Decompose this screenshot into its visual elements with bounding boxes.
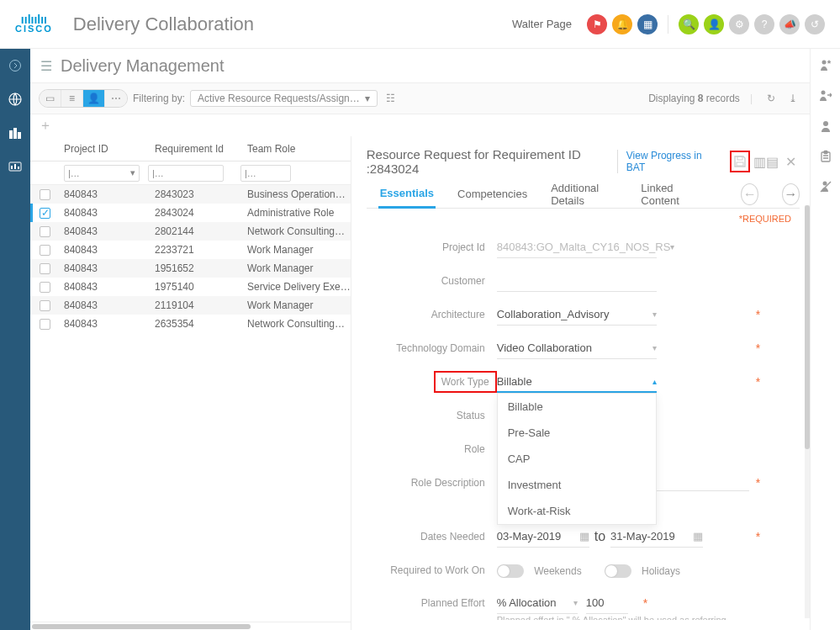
svg-rect-7 [14,164,16,169]
filter-settings-icon[interactable]: ☷ [383,90,399,107]
view-person-icon[interactable]: 👤 [83,90,105,107]
table-row[interactable]: 8408432635354Network Consulting… [30,315,351,333]
header-icon-group: ⚑ 🔔 ▦ 🔍 👤 ⚙ ? 📣 ↺ [587,14,825,34]
row-checkbox[interactable] [40,226,50,237]
col-team-role[interactable]: Team Role [240,143,351,155]
table-row[interactable]: 8408432843023Business Operation… [30,185,351,204]
breadcrumb-icon: ☰ [40,58,52,74]
field-date-to[interactable]: 31-May-2019▦ [610,526,703,548]
horizontal-scrollbar[interactable] [30,622,351,630]
filter-project-id[interactable]: |…▾ [64,165,140,182]
work-type-option[interactable]: Work-at-Risk [498,498,656,524]
clipboard-icon[interactable] [817,148,834,165]
field-planned-effort-mode[interactable]: % Allocation▾ [497,592,578,614]
view-bat-link[interactable]: View Progress in BAT [617,150,713,173]
row-checkbox[interactable] [40,282,50,293]
view-gantt-icon[interactable]: ▭ [40,90,61,107]
tab-additional-details[interactable]: Additional Details [549,175,619,214]
field-project-id[interactable]: 840843:GO_Malta_CY16_NOS_RS▾ [497,236,657,258]
table-row[interactable]: 8408432233721Work Manager [30,241,351,259]
tab-linked-content[interactable]: Linked Content [639,175,700,214]
save-icon [733,155,747,168]
table-row[interactable]: 8408432119104Work Manager [30,296,351,315]
field-tech-domain[interactable]: Video Collaboration▾ [497,337,657,359]
row-checkbox[interactable] [40,319,50,330]
view-list-icon[interactable]: ≡ [61,90,83,107]
table-row[interactable]: 8408432802144Network Consulting… [30,222,351,241]
label-role: Role [367,443,497,455]
close-button[interactable]: ✕ [782,154,800,170]
label-planned-effort: Planned Effort [367,592,497,609]
buildings-icon[interactable] [3,121,27,145]
row-checkbox[interactable] [40,189,50,200]
field-date-from[interactable]: 03-May-2019▦ [497,526,589,548]
label-status: Status [367,410,497,421]
cell-team-role: Administrative Role [240,207,351,219]
vertical-scrollbar[interactable] [805,205,810,618]
toggle-holidays[interactable] [605,564,631,578]
label-work-type: Work Type [434,371,497,393]
field-architecture[interactable]: Collaboration_Advisory▾ [497,304,657,326]
field-customer[interactable] [497,270,657,292]
view-mode-segment[interactable]: ▭ ≡ 👤 ⋯ [39,89,128,108]
tab-competencies[interactable]: Competencies [456,181,529,207]
cell-requirement-id: 2802144 [148,225,240,237]
svg-rect-2 [9,130,13,139]
field-work-type[interactable]: Billable▴ [497,371,657,393]
next-record-button[interactable]: → [782,183,800,205]
row-checkbox[interactable] [40,263,50,274]
work-type-option[interactable]: Pre-Sale [498,420,656,446]
row-checkbox[interactable]: ✓ [40,208,50,219]
label-architecture: Architecture [367,309,497,320]
person-icon[interactable] [817,118,834,135]
table-row[interactable]: 8408431951652Work Manager [30,259,351,278]
table-row[interactable]: ✓8408432843024Administrative Role [30,204,351,222]
col-project-id[interactable]: Project ID [57,143,148,155]
announce-icon[interactable]: 📣 [779,14,800,34]
flag-icon[interactable]: ⚑ [587,14,607,34]
row-checkbox[interactable] [40,300,50,311]
calendar-icon[interactable]: ▦ [637,14,658,34]
tab-essentials[interactable]: Essentials [378,180,436,209]
detail-panel: Resource Request for Requirement ID :284… [351,136,810,630]
help-icon[interactable]: ? [754,14,774,34]
work-type-option[interactable]: CAP [498,446,656,472]
refresh-icon[interactable]: ↻ [763,90,779,107]
field-planned-effort-value[interactable]: 100 [586,592,628,614]
dashboard-icon[interactable] [3,155,27,178]
cell-team-role: Network Consulting… [240,225,351,237]
required-indicator: * [756,530,760,543]
label-required-workon: Required to Work On [367,564,497,576]
history-icon[interactable]: ↺ [805,14,825,34]
user-name[interactable]: Walter Page [512,18,572,30]
work-type-option[interactable]: Billable [498,394,656,420]
export-icon[interactable]: ⤓ [785,90,801,107]
user-icon[interactable]: 👤 [704,14,724,34]
table-body: 8408432843023Business Operation…✓8408432… [30,185,351,622]
add-row-button[interactable]: ＋ [39,117,52,135]
work-type-dropdown[interactable]: BillablePre-SaleCAPInvestmentWork-at-Ris… [497,393,657,525]
person-disabled-icon[interactable] [817,178,834,195]
bell-icon[interactable]: 🔔 [612,14,632,34]
cisco-logo: ıılıılıı CISCO [15,14,53,33]
view-more-icon[interactable]: ⋯ [105,90,127,107]
calendar-icon[interactable]: ▦ [693,530,703,543]
filter-chip[interactable]: Active Resource Requests/Assign… ▾ [190,90,378,107]
toggle-weekends[interactable] [497,564,524,578]
filter-requirement-id[interactable]: |… [148,165,224,182]
expand-rail-icon[interactable] [3,54,27,77]
layout-toggle-icon[interactable]: ▥▤ [758,154,774,169]
table-row[interactable]: 8408431975140Service Delivery Exe… [30,278,351,296]
work-type-option[interactable]: Investment [498,472,656,498]
gear-icon[interactable]: ⚙ [729,14,749,34]
person-arrow-icon[interactable] [817,87,834,104]
row-checkbox[interactable] [40,245,50,256]
search-icon[interactable]: 🔍 [679,14,699,34]
calendar-icon[interactable]: ▦ [579,530,589,543]
person-star-icon[interactable] [817,57,834,74]
prev-record-button[interactable]: ← [741,183,758,205]
filter-team-role[interactable]: |… [240,165,291,182]
globe-icon[interactable] [3,87,27,111]
save-button[interactable] [730,151,750,172]
col-requirement-id[interactable]: Requirement Id [148,143,240,155]
